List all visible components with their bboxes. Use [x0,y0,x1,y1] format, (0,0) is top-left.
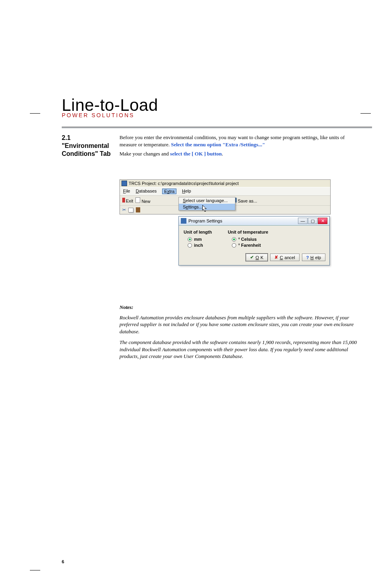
menu-file[interactable]: File [123,189,130,194]
group-temp-title: Unit of temperature [228,230,268,234]
check-icon: ✔ [250,255,254,260]
cut-icon[interactable]: ✂ [122,207,126,212]
radio-farenheit[interactable]: ° Farenheit [232,243,268,248]
radio-icon [232,243,236,248]
notes-p1: Rockwell Automation provides enclosure d… [119,314,358,335]
toolbar-saveas[interactable]: Save as... [232,198,257,203]
new-icon [135,197,140,203]
maximize-button[interactable]: ▢ [308,218,317,224]
window-titlebar: TRCS Project: c:\programdata\trcs\projec… [120,180,330,187]
ok-button[interactable]: ✔ OK [246,254,268,261]
menu-help[interactable]: Help [182,189,191,194]
svg-marker-1 [203,206,206,211]
group-length-title: Unit of length [184,230,212,234]
notes-heading: Notes: [119,304,358,311]
toolbar-new[interactable]: New [135,197,150,204]
menu-bar: File Databases Extra Help [120,187,330,195]
section-number: 2.1 [62,134,71,141]
close-button[interactable]: ✕ [318,218,327,224]
dropdown-item-language[interactable]: Select user language... [179,197,235,204]
minimize-button[interactable]: — [298,218,308,224]
crop-mark [360,113,371,114]
body-p2a: Make your changes and [119,151,170,157]
dialog-icon [181,218,186,224]
exit-icon [122,198,125,203]
section-title: "Environmental Conditions" Tab [62,142,111,157]
toolbar-exit[interactable]: Exit [122,198,133,203]
dialog-body: Unit of length mm inch Unit of temperatu… [179,226,329,250]
dialog-buttons: ✔ OK ✘ Cancel ? Help [179,250,329,265]
body-text: Before you enter the environmental condi… [119,134,358,160]
notes-section: Notes: Rockwell Automation provides encl… [119,304,358,364]
app-icon [121,181,127,186]
logo-title: Line-to-Load [62,98,158,113]
radio-celsius[interactable]: ° Celsius [232,237,268,242]
section-heading: 2.1 "Environmental Conditions" Tab [62,134,114,158]
settings-dialog: Program Settings — ▢ ✕ Unit of length mm… [178,216,330,265]
cursor-icon [202,205,209,213]
page-number: 6 [62,559,64,564]
notes-p2: The component database provided with the… [119,339,358,360]
menu-databases[interactable]: Databases [136,189,157,194]
copy-icon[interactable] [128,208,133,212]
paste-icon[interactable] [136,207,140,212]
radio-mm[interactable]: mm [188,237,212,242]
divider [62,127,372,128]
radio-inch[interactable]: inch [188,243,212,248]
crop-mark [30,113,40,114]
body-p2b: . [222,151,223,157]
menu-extra[interactable]: Extra [162,189,176,194]
group-length: Unit of length mm inch [184,230,212,249]
radio-icon [232,237,236,242]
radio-icon [188,237,192,242]
dialog-titlebar: Program Settings — ▢ ✕ [179,216,329,226]
window-title: TRCS Project: c:\programdata\trcs\projec… [129,181,239,186]
x-icon: ✘ [274,255,278,260]
help-button[interactable]: ? Help [302,254,325,261]
dialog-title: Program Settings [188,218,222,223]
radio-icon [188,243,192,248]
body-p2-link: select the [ OK ] button [170,151,222,157]
question-icon: ? [306,255,309,260]
cancel-button[interactable]: ✘ Cancel [270,254,299,261]
group-temperature: Unit of temperature ° Celsius ° Farenhei… [228,230,268,249]
logo: Line-to-Load POWER SOLUTIONS [62,98,158,118]
crop-mark [30,570,40,570]
body-p1-link: Select the menu option "Extra /Settings.… [171,142,265,147]
app-screenshot: TRCS Project: c:\programdata\trcs\projec… [119,179,331,214]
